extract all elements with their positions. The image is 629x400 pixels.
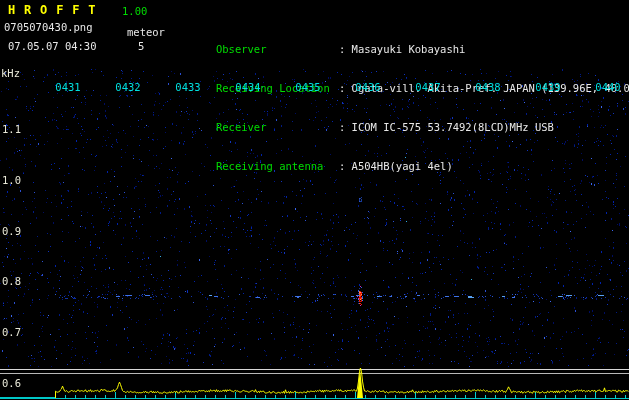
meteor-count: 5	[138, 40, 144, 52]
app-title: H R O F F T	[8, 3, 96, 17]
freq-unit-label: kHz	[1, 67, 20, 79]
info-value: : A504HB(yagi 4el)	[339, 160, 453, 172]
info-row-observer: Observer: Masayuki Kobayashi	[178, 30, 629, 43]
info-label: Receiver	[216, 121, 339, 134]
freq-tick-label: 0.7	[2, 326, 21, 338]
time-tick-label: 0433	[175, 81, 200, 93]
freq-tick-label: 0.6	[2, 377, 21, 389]
hrofft-window: H R O F F T 1.00 0705070430.png meteor 0…	[0, 0, 629, 400]
mode-label: meteor	[127, 26, 165, 38]
info-label: Observer	[216, 43, 339, 56]
time-tick-label: 0431	[55, 81, 80, 93]
time-tick-label: 0435	[295, 81, 320, 93]
station-info: Observer: Masayuki Kobayashi Receiving L…	[178, 4, 629, 186]
datetime-label: 07.05.07 04:30	[8, 40, 97, 52]
time-tick-label: 0434	[235, 81, 260, 93]
freq-tick-label: 0.9	[2, 225, 21, 237]
freq-tick-label: 0.8	[2, 275, 21, 287]
freq-tick-label: 1.0	[2, 174, 21, 186]
freq-tick-label: 1.1	[2, 123, 21, 135]
time-tick-label: 0440	[595, 81, 620, 93]
time-tick-label: 0436	[355, 81, 380, 93]
time-tick-label: 0437	[415, 81, 440, 93]
time-tick-label: 0438	[475, 81, 500, 93]
app-version: 1.00	[122, 5, 147, 17]
time-tick-label: 0439	[535, 81, 560, 93]
info-value: : ICOM IC-575 53.7492(8LCD)MHz USB	[339, 121, 554, 133]
info-label: Receiving antenna	[216, 160, 339, 173]
info-value: : Masayuki Kobayashi	[339, 43, 465, 55]
info-row-antenna: Receiving antenna: A504HB(yagi 4el)	[178, 147, 629, 160]
time-tick-label: 0432	[115, 81, 140, 93]
info-row-receiver: Receiver: ICOM IC-575 53.7492(8LCD)MHz U…	[178, 108, 629, 121]
output-filename: 0705070430.png	[4, 21, 93, 33]
